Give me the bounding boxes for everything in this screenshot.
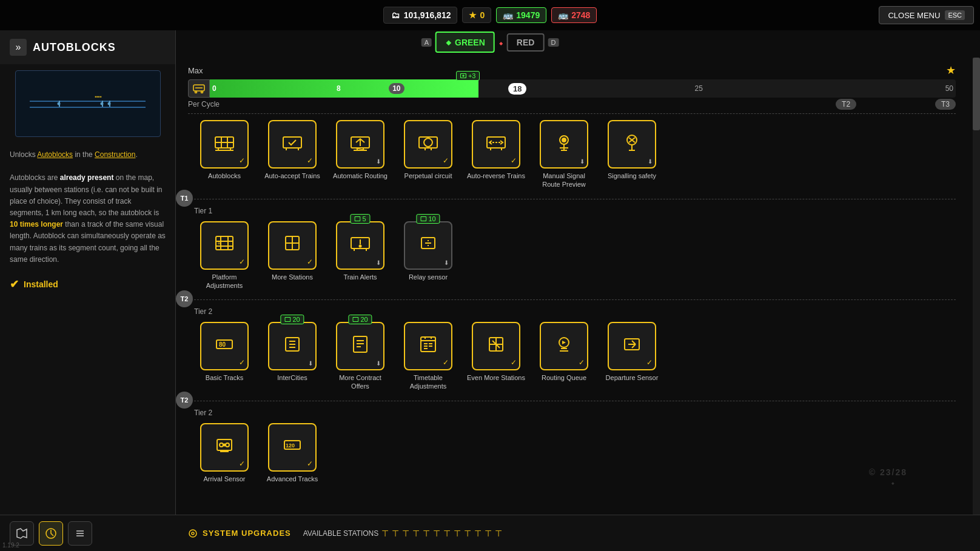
auto-accept-label: Auto-accept Trains <box>264 172 320 180</box>
money-icon: 🗂 <box>390 10 401 21</box>
upgrade-auto-reverse[interactable]: ✓ Auto-reverse Trains <box>466 120 526 189</box>
perpetual-check: ✓ <box>443 156 449 165</box>
auto-routing-download: ⬇ <box>376 158 381 165</box>
tier2b-badge: T2 <box>176 392 193 409</box>
auto-accept-icon <box>281 131 304 158</box>
sidebar-expand-button[interactable]: » <box>10 39 27 56</box>
upgrade-arrival-sensor[interactable]: ✓ Arrival Sensor <box>194 423 255 483</box>
upgrade-manual-signal[interactable]: ⬇ Manual Signal Route Preview <box>534 120 594 189</box>
advanced-tracks-check: ✓ <box>307 459 313 468</box>
manual-signal-label: Manual Signal Route Preview <box>534 172 594 189</box>
more-stations-check: ✓ <box>307 258 313 266</box>
close-menu-button[interactable]: CLOSE MENU ESC <box>879 6 974 24</box>
favorite-star-icon[interactable]: ★ <box>946 64 956 77</box>
perpetual-card-inner: ✓ <box>404 120 452 169</box>
upgrade-bar-section: Max ★ +3 <box>188 64 956 109</box>
tier2b-section: T2 Tier 2 ✓ <box>188 401 956 483</box>
svg-text:80: 80 <box>219 341 226 348</box>
intercities-card-inner: ⬇ <box>268 322 317 370</box>
t2-badge: T2 <box>836 100 856 109</box>
tier1-badge: T1 <box>176 190 193 207</box>
svg-point-92 <box>226 443 229 447</box>
station-icon-11: ⊤ <box>485 529 492 538</box>
upgrade-advanced-tracks[interactable]: 120 ✓ Advanced Tracks <box>262 423 323 483</box>
tab-green-label: GREEN <box>455 38 485 47</box>
bottom-upgrades-button[interactable] <box>39 521 63 546</box>
tab-red[interactable]: RED <box>507 33 545 52</box>
bar-labels: Max ★ <box>188 64 956 77</box>
timetable-adj-card-inner: ✓ <box>404 322 452 370</box>
upgrade-train-alerts[interactable]: 5 ⬇ Train Alerts <box>330 221 391 290</box>
bottom-list-button[interactable] <box>68 521 92 546</box>
scroll-track[interactable] <box>973 58 980 515</box>
basic-tracks-icon: 80 <box>213 333 236 360</box>
per-cycle-label: Per Cycle <box>188 100 220 109</box>
bottom-main-section: SYSTEM UPGRADES AVAILABLE STATIONS ⊤ ⊤ ⊤… <box>176 529 980 538</box>
main-content: Max ★ +3 <box>176 58 968 515</box>
progress-bar-inner: +3 0 8 10 18 25 50 <box>210 79 956 98</box>
upgrade-autoblocks[interactable]: ✓ Autoblocks <box>194 120 255 189</box>
more-contracts-label: More Contract Offers <box>330 373 391 391</box>
per-cycle-row: Per Cycle T2 T3 <box>188 100 956 109</box>
marker-8: 8 <box>337 84 341 93</box>
upgrade-departure-sensor[interactable]: ✓ Departure Sensor <box>602 322 662 391</box>
upgrade-even-more-stations[interactable]: ✓ Even More Stations <box>466 322 526 391</box>
auto-accept-check: ✓ <box>307 156 313 165</box>
bottom-sidebar-section <box>0 521 176 546</box>
upgrade-auto-routing[interactable]: ⬇ Automatic Routing <box>330 120 391 189</box>
intercities-download: ⬇ <box>308 360 313 367</box>
tab-green[interactable]: ⬥ GREEN <box>435 32 495 53</box>
check-circle-icon: ✔ <box>10 278 19 291</box>
tier2b-label: Tier 2 <box>194 409 956 417</box>
upgrade-routing-queue[interactable]: ✓ Routing Queue <box>534 322 594 391</box>
upgrade-relay-sensor[interactable]: 10 ⬇ Relay sensor <box>398 221 458 290</box>
upgrade-more-contracts[interactable]: 20 ⬇ More Contract Offers <box>330 322 391 391</box>
station-icon-3: ⊤ <box>402 529 409 538</box>
upgrade-platform-adj[interactable]: ≡ ✓ Platform Adjustments <box>194 221 255 290</box>
more-contracts-icon <box>349 333 372 360</box>
upgrade-perpetual[interactable]: ✓ Perpetual circuit <box>398 120 458 189</box>
departure-sensor-label: Departure Sensor <box>606 373 659 382</box>
upgrade-more-stations[interactable]: ✓ More Stations <box>262 221 323 290</box>
auto-accept-card-inner: ✓ <box>268 120 317 169</box>
line-letter-a[interactable]: A <box>421 38 432 47</box>
upgrade-timetable-adj[interactable]: ✓ Timetable Adjustments <box>398 322 458 391</box>
upgrade-basic-tracks[interactable]: 80 ✓ Basic Tracks <box>194 322 255 391</box>
tier0-section: ✓ Autoblocks ✓ Au <box>188 113 956 189</box>
svg-rect-59 <box>285 318 290 322</box>
upgrade-intercities[interactable]: 20 ⬇ InterCities <box>262 322 323 391</box>
svg-rect-69 <box>421 337 435 352</box>
upgrade-signalling[interactable]: ⬇ Signalling safety <box>602 120 662 189</box>
upgrade-auto-accept[interactable]: ✓ Auto-accept Trains <box>262 120 323 189</box>
tier2b-grid: ✓ Arrival Sensor 120 ✓ Advanced Tracks <box>188 423 956 483</box>
even-more-stations-icon <box>485 333 508 360</box>
station-icon-4: ⊤ <box>412 529 420 538</box>
basic-tracks-label: Basic Tracks <box>206 373 243 382</box>
t3-badge: T3 <box>935 100 956 109</box>
relay-sensor-label: Relay sensor <box>409 273 448 281</box>
station-icon-12: ⊤ <box>495 529 502 538</box>
svg-marker-97 <box>17 529 27 538</box>
marker-10: 10 <box>389 83 404 94</box>
svg-text:120: 120 <box>286 442 295 449</box>
relay-sensor-card-inner: ⬇ <box>404 221 452 270</box>
svg-rect-14 <box>283 137 301 148</box>
train-icon <box>188 79 210 98</box>
routing-queue-icon <box>552 333 576 360</box>
autoblocks-check: ✓ <box>239 156 245 165</box>
relay-sensor-download: ⬇ <box>444 259 449 266</box>
scroll-thumb[interactable] <box>973 58 980 130</box>
signalling-card-inner: ⬇ <box>608 120 656 169</box>
even-more-stations-check: ✓ <box>511 358 517 367</box>
stars-stat: ★ 0 <box>462 7 491 23</box>
line-letter-d[interactable]: D <box>548 38 559 47</box>
sidebar-header: » AUTOBLOCKS <box>0 30 175 64</box>
progress-track: +3 0 8 10 18 25 50 <box>188 79 956 98</box>
marker-25: 25 <box>695 84 703 93</box>
intercities-icon <box>281 333 304 360</box>
arrival-sensor-icon <box>213 433 236 461</box>
station-icon-9: ⊤ <box>464 529 471 538</box>
tier2-grid: 80 ✓ Basic Tracks 20 <box>188 322 956 391</box>
advanced-tracks-card-inner: 120 ✓ <box>268 423 317 472</box>
tier1-grid: ≡ ✓ Platform Adjustments <box>188 221 956 290</box>
